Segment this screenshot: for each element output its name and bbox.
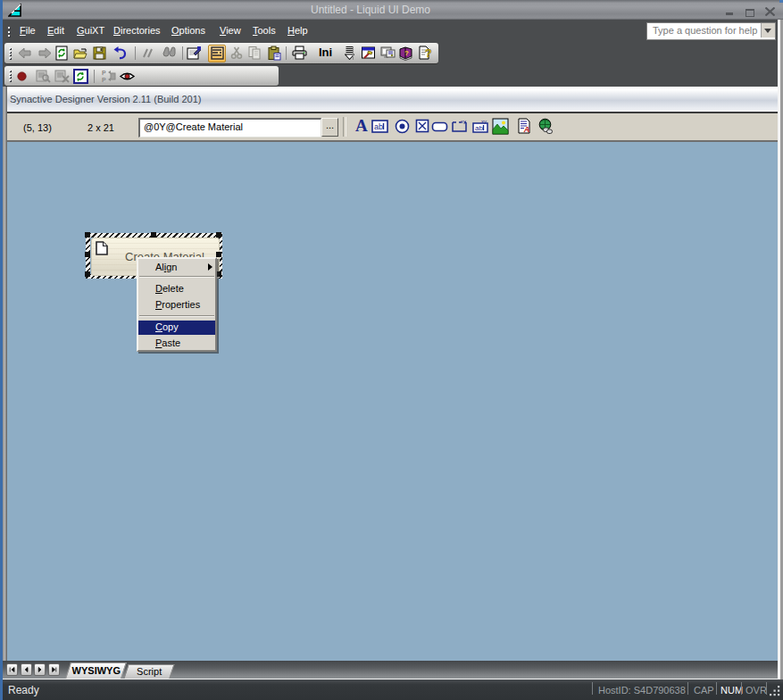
svg-text:P: P (102, 70, 106, 76)
svg-text:ab: ab (374, 122, 383, 131)
svg-text:?: ? (404, 49, 409, 57)
svg-text:xy: xy (461, 119, 466, 124)
svg-text:A: A (523, 125, 530, 134)
svg-text:?: ? (425, 47, 431, 60)
svg-text:P: P (102, 77, 106, 83)
svg-text:ab: ab (475, 124, 483, 132)
svg-text:xy: xy (481, 119, 487, 124)
